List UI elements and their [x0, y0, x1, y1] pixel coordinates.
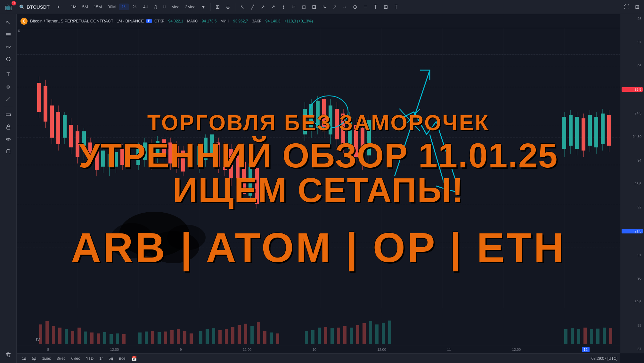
svg-rect-95 — [309, 104, 313, 128]
svg-point-186 — [167, 224, 206, 250]
svg-line-131 — [399, 109, 420, 131]
sidebar-wave-tool[interactable] — [3, 41, 14, 53]
chart-svg — [17, 28, 620, 353]
sidebar-magnet-tool[interactable] — [3, 146, 14, 157]
time-label-9: 9 — [180, 348, 182, 351]
svg-rect-8 — [7, 127, 10, 129]
tf-dropdown[interactable]: ▾ — [199, 3, 208, 12]
sidebar-lines-tool[interactable] — [3, 29, 14, 40]
price-955: 95 5 — [622, 87, 643, 92]
notification-badge: 14 — [12, 1, 16, 5]
svg-rect-55 — [120, 149, 124, 165]
price-88: 88 — [622, 324, 643, 327]
tf-15m[interactable]: 15М — [92, 4, 104, 10]
svg-rect-176 — [350, 328, 353, 344]
svg-rect-79 — [216, 142, 220, 166]
tf-3m[interactable]: 3Мес — [183, 4, 198, 10]
trend-tool[interactable]: ↗ — [269, 3, 278, 12]
svg-rect-163 — [244, 324, 247, 344]
brush-tool[interactable]: ⊞ — [310, 3, 319, 12]
svg-rect-175 — [343, 326, 346, 344]
svg-rect-93 — [303, 109, 307, 134]
tf-4h[interactable]: 4Ч — [141, 4, 151, 10]
tf-2h[interactable]: 2Ч — [130, 4, 140, 10]
zoom-tool[interactable]: ⊕ — [351, 3, 360, 12]
svg-rect-29 — [37, 83, 41, 112]
timerange-5y[interactable]: 5д — [106, 356, 116, 361]
timerange-1y[interactable]: 1г — [97, 356, 105, 361]
svg-rect-174 — [337, 328, 340, 344]
calendar-button[interactable]: 📅 — [129, 355, 139, 362]
svg-rect-87 — [242, 162, 246, 194]
sidebar-measure-tool[interactable] — [3, 109, 14, 121]
svg-rect-125 — [594, 117, 598, 147]
wave-tool[interactable]: ∿ — [320, 3, 329, 12]
ohlc-bar: ОТКР 94 022,1 МАКС 94 173,5 МИН 93 962,7… — [154, 19, 313, 23]
timerange-1m[interactable]: 1мес — [39, 356, 53, 361]
tf-5m[interactable]: 5М — [80, 4, 90, 10]
sidebar-lock-tool[interactable] — [3, 121, 14, 133]
chart-area[interactable]: 6 — [17, 28, 620, 353]
ray-tool[interactable]: ↗ — [258, 3, 267, 12]
sidebar-cursor-tool[interactable]: ↖ — [3, 17, 14, 28]
tf-1m[interactable]: 1М — [69, 4, 79, 10]
timerange-1d[interactable]: 1д — [19, 356, 29, 361]
svg-rect-35 — [56, 112, 60, 144]
notification-button[interactable]: 📺 14 — [3, 2, 15, 12]
price-94: 94 — [622, 158, 643, 162]
tf-d[interactable]: Д — [152, 4, 159, 10]
tf-1h[interactable]: 1Ч — [119, 4, 129, 10]
sidebar-text-tool[interactable]: T — [3, 69, 14, 80]
measure-tool[interactable]: ↔ — [340, 3, 349, 12]
grid-line-2 — [17, 87, 620, 87]
sidebar-emoji-tool[interactable]: ☺ — [3, 81, 14, 93]
fib-tool[interactable]: ≋ — [289, 3, 298, 12]
svg-rect-91 — [255, 168, 259, 204]
svg-line-6 — [6, 100, 7, 101]
svg-rect-137 — [65, 329, 68, 344]
tf-month[interactable]: Мес — [169, 4, 182, 10]
crosshair-icon[interactable]: ⊕ — [224, 3, 232, 12]
cursor-tool[interactable]: ↖ — [238, 3, 247, 12]
contract-badge: P — [146, 19, 152, 23]
channel-tool[interactable]: ⌇ — [279, 3, 288, 12]
fullscreen-icon[interactable]: ⛶ — [622, 3, 631, 12]
svg-rect-67 — [168, 142, 172, 163]
line-tool[interactable]: ╱ — [248, 3, 257, 12]
svg-point-183 — [119, 212, 190, 257]
rect-tool[interactable]: □ — [299, 3, 308, 12]
svg-rect-192 — [596, 329, 599, 344]
svg-rect-150 — [158, 332, 161, 344]
price-note-tool[interactable]: ⊞ — [381, 3, 390, 12]
symbol-selector[interactable]: 🔍 BTCUSDT — [16, 3, 53, 11]
annotation-tool[interactable]: ≡ — [361, 3, 370, 12]
forecast-tool[interactable]: T — [392, 3, 401, 12]
svg-rect-145 — [116, 333, 119, 344]
svg-rect-152 — [170, 330, 174, 344]
sidebar-draw-tool[interactable] — [3, 93, 14, 105]
grid-line-1 — [17, 54, 620, 55]
timerange-all[interactable]: Все — [116, 356, 128, 361]
grid-line-4 — [17, 165, 620, 165]
high-value: 94 173,5 — [202, 19, 217, 23]
text-tool[interactable]: T — [371, 3, 380, 12]
timerange-3m[interactable]: 3мес — [54, 356, 68, 361]
timerange-ytd[interactable]: YTD — [83, 356, 96, 361]
price-90: 90 — [622, 276, 643, 280]
arrow-tool[interactable]: ↗ — [330, 3, 339, 12]
tf-w[interactable]: Н — [160, 4, 168, 10]
tf-30m[interactable]: 30М — [105, 4, 118, 10]
sidebar-pattern-tool[interactable] — [3, 53, 14, 65]
timerange-5d[interactable]: 5д — [29, 356, 39, 361]
svg-rect-85 — [236, 156, 240, 186]
svg-rect-59 — [143, 142, 147, 160]
sidebar-eye-tool[interactable] — [3, 133, 14, 145]
layout-icon[interactable]: ⊞ — [213, 3, 222, 12]
sidebar-trash-tool[interactable] — [3, 349, 14, 360]
svg-rect-127 — [601, 114, 605, 144]
settings-icon[interactable]: ⊞ — [632, 3, 641, 12]
timerange-6m[interactable]: 6мес — [69, 356, 83, 361]
add-symbol-button[interactable]: + — [54, 3, 63, 12]
svg-rect-121 — [582, 118, 585, 150]
low-value: 93 962,7 — [233, 19, 248, 23]
